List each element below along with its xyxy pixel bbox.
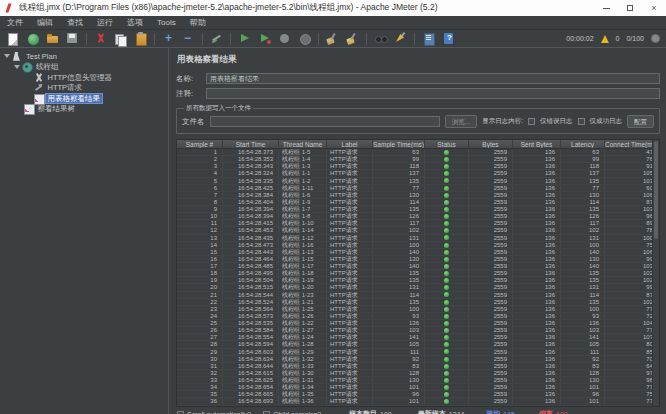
clear-all-icon[interactable] bbox=[346, 32, 359, 45]
table-row[interactable]: 416:54:28.324线程组 1-1HTTP请求13725591361371… bbox=[177, 170, 659, 177]
table-row[interactable]: 2816:54:28.594线程组 1-28HTTP请求105255913610… bbox=[177, 341, 659, 348]
column-header[interactable]: Sent Bytes bbox=[513, 140, 561, 148]
menu-item-0[interactable]: 文件 bbox=[0, 16, 30, 30]
column-header[interactable]: Connect Time(ms) bbox=[605, 140, 659, 148]
comment-input[interactable] bbox=[206, 88, 660, 99]
scroll-automatically-checkbox[interactable] bbox=[177, 411, 184, 414]
table-cell: 线程组 1-15 bbox=[279, 256, 327, 262]
maximize-button[interactable] bbox=[618, 0, 642, 16]
menu-item-5[interactable]: Tools bbox=[150, 16, 183, 30]
table-row[interactable]: 2516:54:28.535线程组 1-22HTTP请求136255913613… bbox=[177, 320, 659, 327]
table-row[interactable]: 1916:54:28.504线程组 1-19HTTP请求135255913613… bbox=[177, 277, 659, 284]
table-cell: 19 bbox=[177, 277, 223, 283]
table-row[interactable]: 216:54:28.353线程组 1-4HTTP请求9925591369976 bbox=[177, 156, 659, 163]
table-row[interactable]: 3216:54:28.615线程组 1-30HTTP请求128255913612… bbox=[177, 370, 659, 377]
vertical-scrollbar[interactable] bbox=[652, 140, 659, 406]
open-folder-icon[interactable] bbox=[46, 32, 59, 45]
table-row[interactable]: 3616:54:28.693线程组 1-36HTTP请求101255913610… bbox=[177, 398, 659, 405]
warning-count: 0 bbox=[616, 35, 620, 42]
start-icon[interactable] bbox=[238, 32, 251, 45]
table-row[interactable]: 2716:54:28.554线程组 1-24HTTP请求141255913614… bbox=[177, 334, 659, 341]
table-row[interactable]: 1216:54:28.453线程组 1-14HTTP请求102255913610… bbox=[177, 227, 659, 234]
paste-icon[interactable] bbox=[134, 32, 147, 45]
errors-only-checkbox[interactable] bbox=[528, 118, 535, 125]
table-row[interactable]: 3116:54:28.644线程组 1-33HTTP请求832559136836… bbox=[177, 363, 659, 370]
tree-item-3[interactable]: HTTP请求 bbox=[0, 83, 168, 94]
table-row[interactable]: 2616:54:28.584线程组 1-27HTTP请求103255913610… bbox=[177, 327, 659, 334]
start-no-pauses-icon[interactable] bbox=[258, 32, 271, 45]
tree-item-0[interactable]: Test Plan bbox=[0, 51, 168, 62]
warning-icon[interactable] bbox=[601, 35, 609, 43]
tree-item-2[interactable]: HTTP信息头管理器 bbox=[0, 72, 168, 83]
table-row[interactable]: 2116:54:28.544线程组 1-23HTTP请求114255913611… bbox=[177, 292, 659, 299]
table-row[interactable]: 1616:54:28.464线程组 1-15HTTP请求130255913613… bbox=[177, 256, 659, 263]
table-row[interactable]: 2216:54:28.524线程组 1-21HTTP请求135255913613… bbox=[177, 299, 659, 306]
search-icon[interactable] bbox=[374, 32, 387, 45]
column-header[interactable]: Thread Name bbox=[279, 140, 327, 148]
menu-item-6[interactable]: 帮助 bbox=[183, 16, 213, 30]
table-row[interactable]: 3316:54:28.625线程组 1-31HTTP请求130255913613… bbox=[177, 377, 659, 384]
table-row[interactable]: 316:54:28.343线程组 1-3HTTP请求11825591361189… bbox=[177, 163, 659, 170]
table-row[interactable]: 916:54:28.394线程组 1-7HTTP请求13525591361351… bbox=[177, 206, 659, 213]
expand-arrow-icon[interactable] bbox=[14, 65, 20, 69]
table-row[interactable]: 2016:54:28.515线程组 1-20HTTP请求131255913613… bbox=[177, 284, 659, 291]
menu-item-2[interactable]: 查找 bbox=[60, 16, 90, 30]
child-samples-checkbox[interactable] bbox=[263, 411, 270, 414]
column-header[interactable]: Status bbox=[425, 140, 469, 148]
toggle-icon[interactable] bbox=[210, 32, 223, 45]
menu-item-4[interactable]: 选项 bbox=[120, 16, 150, 30]
cut-icon[interactable] bbox=[94, 32, 107, 45]
minimize-button[interactable] bbox=[594, 0, 618, 16]
help-icon[interactable] bbox=[442, 32, 455, 45]
minus-icon[interactable] bbox=[182, 32, 195, 45]
browse-button[interactable]: 浏览... bbox=[445, 115, 477, 128]
tree-item-5[interactable]: 察看结果树 bbox=[0, 104, 168, 115]
table-row[interactable]: 3516:54:28.665线程组 1-35HTTP请求962559136967… bbox=[177, 391, 659, 398]
stop-icon[interactable] bbox=[278, 32, 291, 45]
table-row[interactable]: 616:54:28.425线程组 1-11HTTP请求7725591367760 bbox=[177, 185, 659, 192]
table-row[interactable]: 1516:54:28.443线程组 1-13HTTP请求140255913614… bbox=[177, 249, 659, 256]
tree-item-4[interactable]: 用表格察看结果 bbox=[0, 93, 168, 104]
table-row[interactable]: 1016:54:28.394线程组 1-8HTTP请求1262559136126… bbox=[177, 213, 659, 220]
table-row[interactable]: 1316:54:28.435线程组 1-12HTTP请求131255913613… bbox=[177, 235, 659, 242]
table-row[interactable]: 1816:54:28.495线程组 1-18HTTP请求135255913613… bbox=[177, 270, 659, 277]
table-row[interactable]: 816:54:28.404线程组 1-9HTTP请求11425591361148… bbox=[177, 199, 659, 206]
table-cell: 2559 bbox=[469, 292, 513, 298]
configure-button[interactable]: 配置 bbox=[627, 115, 654, 128]
successes-only-checkbox[interactable] bbox=[578, 118, 585, 125]
column-header[interactable]: Bytes bbox=[469, 140, 513, 148]
column-header[interactable]: Sample # bbox=[177, 140, 223, 148]
column-header[interactable]: Start Time bbox=[223, 140, 279, 148]
plus-icon[interactable] bbox=[162, 32, 175, 45]
name-input[interactable] bbox=[206, 73, 660, 84]
filename-input[interactable] bbox=[210, 116, 440, 127]
table-row[interactable]: 2316:54:28.564线程组 1-25HTTP请求100255913610… bbox=[177, 306, 659, 313]
templates-icon[interactable] bbox=[26, 32, 39, 45]
table-row[interactable]: 516:54:28.335线程组 1-2HTTP请求13525591361351… bbox=[177, 178, 659, 185]
scrollbar-thumb[interactable] bbox=[654, 141, 658, 239]
table-row[interactable]: 3016:54:28.634线程组 1-32HTTP请求922559136927… bbox=[177, 356, 659, 363]
table-row[interactable]: 3416:54:28.654线程组 1-34HTTP请求101255913610… bbox=[177, 384, 659, 391]
column-header[interactable]: Latency bbox=[561, 140, 605, 148]
clear-icon[interactable] bbox=[326, 32, 339, 45]
table-row[interactable]: 1716:54:28.485线程组 1-17HTTP请求140255913614… bbox=[177, 263, 659, 270]
copy-icon[interactable] bbox=[114, 32, 127, 45]
search-reset-icon[interactable] bbox=[394, 32, 407, 45]
table-row[interactable]: 716:54:28.384线程组 1-6HTTP请求13025591361301… bbox=[177, 192, 659, 199]
close-button[interactable]: × bbox=[642, 0, 666, 16]
tree-item-1[interactable]: 线程组 bbox=[0, 62, 168, 73]
menu-item-1[interactable]: 编辑 bbox=[30, 16, 60, 30]
shutdown-icon[interactable] bbox=[298, 32, 311, 45]
expand-arrow-icon[interactable] bbox=[4, 54, 10, 58]
table-row[interactable]: 116:54:28.373线程组 1-5HTTP请求6325591366347 bbox=[177, 149, 659, 156]
column-header[interactable]: Label bbox=[327, 140, 373, 148]
function-helper-icon[interactable] bbox=[422, 32, 435, 45]
save-icon[interactable] bbox=[66, 32, 79, 45]
table-row[interactable]: 2916:54:28.603线程组 1-29HTTP请求111255913611… bbox=[177, 349, 659, 356]
new-file-icon[interactable] bbox=[6, 32, 19, 45]
table-row[interactable]: 1116:54:28.415线程组 1-10HTTP请求117255913611… bbox=[177, 220, 659, 227]
table-row[interactable]: 1416:54:28.473线程组 1-16HTTP请求100255913610… bbox=[177, 242, 659, 249]
table-row[interactable]: 2416:54:28.573线程组 1-26HTTP请求932559136937… bbox=[177, 313, 659, 320]
menu-item-3[interactable]: 运行 bbox=[90, 16, 120, 30]
column-header[interactable]: Sample Time(ms) bbox=[373, 140, 425, 148]
